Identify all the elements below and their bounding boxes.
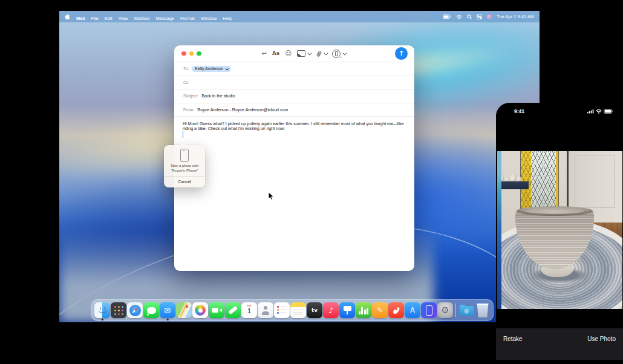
recipient-token[interactable]: Kelly Anderson (192, 66, 230, 72)
chevron-down-icon (308, 51, 312, 55)
stained-glass-edge (556, 151, 558, 214)
dock-mail[interactable] (160, 302, 175, 318)
menu-format[interactable]: Format (180, 16, 195, 21)
search-icon[interactable] (467, 15, 472, 19)
message-text: Hi Mom! Guess what? I picked up pottery … (183, 122, 403, 131)
dock-items: Tue1tvA↓ (94, 302, 491, 318)
to-label: To: (183, 67, 189, 71)
window-lattice (531, 151, 556, 214)
dock-facetime[interactable] (209, 302, 224, 318)
dock-photos[interactable] (192, 302, 208, 318)
cc-label: Cc: (183, 80, 190, 85)
camera-preview-photo (497, 151, 622, 309)
dock: Tue1tvA↓ (91, 299, 494, 321)
undo-button[interactable]: ↩ (262, 51, 267, 57)
continuity-camera-popover: Take a photo with “Royce's iPhone” Cance… (164, 145, 205, 187)
dock-contacts[interactable] (258, 302, 273, 318)
chevron-down-icon (225, 67, 229, 71)
menu-bar-clock[interactable]: Tue Apr 1 9:41 AM (497, 14, 534, 19)
dock-music[interactable] (323, 302, 339, 318)
recipient-name: Kelly Anderson (195, 67, 223, 71)
dock-maps[interactable] (176, 302, 192, 318)
window-titlebar[interactable]: ↩ Aa ☺ ↑ (174, 45, 414, 62)
zoom-button[interactable] (197, 51, 201, 56)
send-button[interactable]: ↑ (395, 47, 408, 60)
paperclip-icon (316, 50, 322, 57)
battery-icon (604, 109, 613, 114)
app-menus: MailFileEditViewMailboxMessageFormatWind… (76, 11, 238, 22)
dock-numbers[interactable] (356, 302, 371, 318)
dock-appletv[interactable]: tv (307, 302, 322, 318)
running-indicator (102, 319, 103, 320)
dock-phone[interactable] (225, 302, 241, 318)
dock-keynote[interactable] (339, 302, 355, 318)
dock-rocket[interactable] (388, 302, 404, 318)
running-indicator (167, 319, 169, 320)
calendar-day: 1 (241, 307, 257, 314)
format-icon: Aa (272, 51, 279, 56)
menu-view[interactable]: View (119, 16, 128, 21)
use-photo-button[interactable]: Use Photo (587, 336, 616, 360)
desktop: MailFileEditViewMailboxMessageFormatWind… (59, 11, 540, 322)
message-body[interactable]: Hi Mom! Guess what? I picked up pottery … (174, 117, 414, 131)
mouse-pointer (268, 192, 275, 201)
dock-settings[interactable] (437, 302, 453, 318)
dock-finder[interactable] (94, 302, 110, 318)
retake-button[interactable]: Retake (503, 336, 523, 360)
from-field[interactable]: From: Royce Anderson - Royce.Anderson@ic… (174, 103, 414, 117)
dock-safari[interactable] (127, 302, 143, 318)
menu-mail[interactable]: Mail (76, 16, 85, 21)
photo-browser-button[interactable] (297, 50, 311, 57)
dock-separator (455, 304, 456, 317)
dock-trash[interactable] (475, 302, 491, 318)
dock-downloads[interactable]: ↓ (458, 302, 474, 318)
send-arrow-icon: ↑ (399, 50, 404, 57)
dock-appstore[interactable]: A (405, 302, 420, 318)
emoji-button[interactable]: ☺ (285, 50, 292, 57)
insert-from-iphone-button[interactable] (332, 50, 346, 58)
dock-pages[interactable] (372, 302, 388, 318)
appletv-glyph: tv (312, 307, 318, 313)
close-button[interactable] (181, 51, 186, 56)
photo-edge-strip (497, 151, 501, 309)
dock-notes[interactable] (290, 302, 306, 318)
dock-calendar[interactable]: Tue1 (241, 302, 257, 318)
cc-field[interactable]: Cc: (174, 76, 414, 90)
menu-window[interactable]: Window (201, 16, 217, 21)
menu-message[interactable]: Message (156, 16, 174, 21)
menu-mailbox[interactable]: Mailbox (134, 16, 150, 21)
subject-label: Subject: (183, 94, 198, 98)
continuity-camera-icon (332, 50, 341, 58)
format-button[interactable]: Aa (272, 51, 279, 56)
subject-field[interactable]: Subject: Back in the studio (174, 89, 414, 103)
compose-window: ↩ Aa ☺ ↑ To: Kelly Anderson Cc: Subject:… (174, 45, 414, 271)
from-value: Royce Anderson - Royce.Anderson@icloud.c… (197, 108, 288, 112)
iphone-icon (180, 149, 189, 162)
menu-help[interactable]: Help (223, 16, 232, 21)
dock-iphone-mirroring[interactable] (421, 302, 437, 318)
menu-bar: MailFileEditViewMailboxMessageFormatWind… (59, 11, 540, 22)
to-field[interactable]: To: Kelly Anderson (174, 62, 414, 76)
minimize-button[interactable] (189, 51, 194, 56)
attach-button[interactable] (316, 50, 327, 57)
chevron-down-icon (324, 51, 328, 55)
siri-icon[interactable] (487, 15, 492, 19)
wifi-icon[interactable] (456, 15, 462, 19)
shelf-pot (510, 174, 516, 181)
apple-menu-icon[interactable] (65, 14, 70, 20)
control-center-icon[interactable] (477, 15, 482, 19)
shelf-pot (505, 177, 509, 181)
dock-messages[interactable] (143, 302, 159, 318)
dock-reminders[interactable] (274, 302, 290, 318)
from-label: From: (183, 108, 194, 112)
subject-value: Back in the studio (201, 94, 235, 98)
battery-icon[interactable] (443, 15, 451, 19)
menu-edit[interactable]: Edit (105, 16, 113, 21)
cancel-button[interactable]: Cancel (164, 177, 205, 186)
cellular-signal-icon (587, 109, 594, 114)
menu-bar-status: Tue Apr 1 9:41 AM (443, 14, 534, 19)
downloads-glyph: ↓ (464, 308, 469, 314)
menu-file[interactable]: File (91, 16, 99, 21)
popover-message-line2: “Royce's iPhone” (164, 169, 205, 174)
dock-launchpad[interactable] (111, 302, 126, 318)
